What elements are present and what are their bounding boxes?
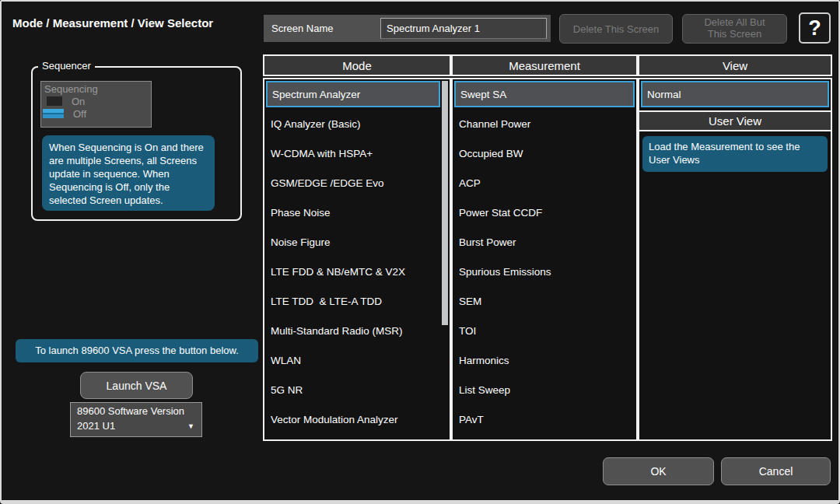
list-item[interactable]: Normal: [641, 81, 829, 107]
mode-list: Spectrum AnalyzerIQ Analyzer (Basic)W-CD…: [263, 78, 451, 441]
mode-measurement-view-dialog: Mode / Measurement / View Selector Scree…: [0, 0, 840, 504]
list-item[interactable]: Channel Power: [453, 109, 636, 138]
measurement-list: Swept SAChannel PowerOccupied BWACPPower…: [451, 78, 638, 441]
question-mark-icon: ?: [808, 16, 821, 40]
view-items: Normal: [639, 81, 831, 107]
list-item[interactable]: SEM: [453, 286, 636, 316]
list-item[interactable]: IQ Analyzer (Basic): [264, 109, 450, 138]
user-view-header: User View: [639, 110, 831, 131]
list-item[interactable]: GSM/EDGE /EDGE Evo: [264, 168, 450, 198]
sequencing-on-option[interactable]: On: [41, 95, 151, 107]
help-button[interactable]: ?: [799, 12, 831, 44]
list-item[interactable]: Burst Power: [453, 227, 636, 257]
measurement-column-header: Measurement: [451, 54, 638, 76]
vsa-info-text: To launch 89600 VSA press the button bel…: [16, 339, 258, 362]
cancel-button[interactable]: Cancel: [721, 457, 831, 485]
list-item[interactable]: TOI: [453, 316, 636, 345]
sequencer-group: Sequencer Sequencing On Off When Sequenc…: [31, 66, 242, 221]
toggle-on-indicator-icon: [47, 96, 62, 106]
sequencer-info-text: When Sequencing is On and there are mult…: [42, 135, 215, 211]
list-item[interactable]: Vector Modulation Analyzer: [264, 404, 450, 434]
sequencing-toggle: Sequencing On Off: [40, 81, 152, 128]
vsa-version-dropdown[interactable]: 89600 Software Version 2021 U1 ▼: [70, 402, 202, 437]
list-item[interactable]: Spectrum Analyzer: [266, 81, 440, 107]
mode-column: Mode Spectrum AnalyzerIQ Analyzer (Basic…: [263, 54, 451, 441]
mode-column-header: Mode: [263, 54, 451, 76]
screen-name-input[interactable]: Spectrum Analyzer 1: [380, 18, 547, 39]
list-item[interactable]: Multi-Standard Radio (MSR): [264, 316, 450, 345]
toggle-off-indicator-icon: [43, 109, 64, 118]
sequencing-off-option[interactable]: Off: [41, 107, 151, 120]
list-item[interactable]: Spurious Emissions: [453, 257, 636, 286]
list-item[interactable]: Noise Figure: [264, 227, 450, 257]
list-item[interactable]: W-CDMA with HSPA+: [264, 138, 450, 168]
delete-all-but-this-screen-button[interactable]: Delete All But This Screen: [682, 14, 787, 44]
list-item[interactable]: Phase Noise: [264, 198, 450, 227]
sequencing-on-label: On: [72, 96, 85, 107]
screen-name-panel: Screen Name Spectrum Analyzer 1: [264, 15, 551, 42]
list-item[interactable]: Occupied BW: [453, 138, 636, 168]
list-item[interactable]: WLAN: [264, 345, 450, 375]
view-column-header: View: [638, 54, 832, 76]
view-column: View Normal User View Load the Measureme…: [638, 54, 832, 441]
sequencing-toggle-label: Sequencing: [41, 82, 151, 95]
sequencing-off-label: Off: [73, 108, 86, 120]
list-item[interactable]: Harmonics: [453, 345, 636, 375]
dialog-title: Mode / Measurement / View Selector: [12, 16, 213, 30]
chevron-down-icon: ▼: [187, 422, 194, 430]
list-item[interactable]: Power Stat CCDF: [453, 198, 636, 227]
measurement-column: Measurement Swept SAChannel PowerOccupie…: [451, 54, 638, 441]
view-list: Normal User View Load the Measurement to…: [638, 78, 832, 441]
list-item[interactable]: LTE TDD & LTE-A TDD: [264, 286, 450, 316]
list-item[interactable]: List Sweep: [453, 375, 636, 404]
screen-name-label: Screen Name: [271, 15, 333, 42]
vsa-version-value: 2021 U1: [77, 420, 195, 432]
sequencer-group-label: Sequencer: [38, 60, 95, 72]
mode-scrollbar[interactable]: [442, 81, 448, 325]
delete-this-screen-button[interactable]: Delete This Screen: [559, 14, 673, 44]
list-item[interactable]: PAvT: [453, 404, 636, 434]
vsa-version-label: 89600 Software Version: [77, 405, 195, 417]
list-item[interactable]: 5G NR: [264, 375, 450, 404]
launch-vsa-button[interactable]: Launch VSA: [80, 372, 193, 399]
list-item[interactable]: Swept SA: [454, 81, 635, 107]
list-item[interactable]: LTE FDD & NB/eMTC & V2X: [264, 257, 450, 286]
user-view-info-text: Load the Measurement to see the User Vie…: [642, 136, 828, 172]
list-item[interactable]: ACP: [453, 168, 636, 198]
ok-button[interactable]: OK: [603, 457, 714, 485]
